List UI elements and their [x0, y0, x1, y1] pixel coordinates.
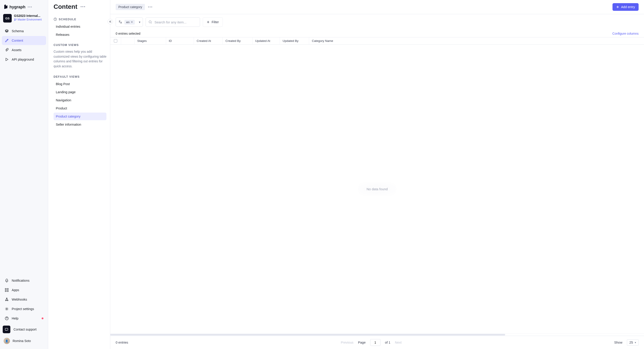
column-id[interactable]: ID	[166, 37, 194, 44]
nav-label: Assets	[12, 48, 22, 52]
nav-assets[interactable]: Assets	[2, 46, 46, 55]
chevron-down-icon: ▾	[139, 20, 140, 24]
view-blog-post[interactable]: Blog Post	[54, 80, 106, 88]
table-header: Stages ID Created At Created By Updated …	[110, 37, 644, 45]
nav-content[interactable]: Content	[2, 36, 46, 45]
empty-state-message: No data found	[358, 183, 396, 195]
translate-icon	[118, 20, 122, 24]
layers-icon	[4, 29, 9, 33]
plus-icon	[616, 6, 619, 9]
brand-name: hygraph	[10, 5, 26, 10]
search-input-wrapper	[146, 17, 200, 27]
view-navigation[interactable]: Navigation	[54, 96, 106, 104]
view-product-category[interactable]: Product category	[54, 113, 106, 120]
nav-schema[interactable]: Schema	[2, 27, 46, 36]
grid-icon	[4, 288, 9, 292]
page-input[interactable]	[370, 339, 380, 346]
svg-rect-2	[7, 288, 8, 289]
view-landing-page[interactable]: Landing page	[54, 88, 106, 96]
schedule-individual-entries[interactable]: Individual entries	[54, 23, 106, 31]
horizontal-scrollbar[interactable]	[110, 333, 644, 336]
default-views-header: Default views	[54, 75, 106, 78]
project-badge: GS	[3, 14, 12, 23]
project-name: GS2023 Internal...	[14, 14, 42, 18]
language-selector[interactable]: en ✕ ▾	[116, 17, 143, 27]
nav-apps[interactable]: Apps	[2, 285, 46, 294]
entry-count: 0 entries	[116, 341, 128, 344]
prev-page-button[interactable]: Previous	[341, 341, 353, 344]
gear-icon	[4, 307, 9, 311]
chevron-double-left-icon	[109, 20, 112, 23]
custom-views-header: Custom views	[54, 44, 106, 47]
nav-settings[interactable]: Project settings	[2, 304, 46, 313]
hygraph-logo-icon	[4, 5, 8, 10]
webhook-icon	[4, 297, 9, 302]
collapse-panel-button[interactable]	[108, 19, 113, 24]
content-panel: Content ••• Schedule Individual entries …	[48, 0, 110, 349]
add-entry-button[interactable]: Add entry	[612, 3, 638, 11]
search-icon	[148, 20, 152, 24]
project-selector[interactable]: GS GS2023 Internal... Master Environment	[2, 13, 46, 27]
column-category-name[interactable]: Category Name	[309, 37, 644, 44]
search-input[interactable]	[154, 20, 197, 24]
user-menu[interactable]: 👤 Romina Soto	[2, 335, 46, 346]
nav-label: Notifications	[12, 279, 30, 282]
configure-columns-link[interactable]: Configure columns	[612, 32, 638, 35]
filter-button[interactable]: Filter	[203, 17, 222, 27]
page-size-selector[interactable]: 25 ▾	[627, 339, 638, 346]
custom-views-help: Custom views help you add customized vie…	[54, 49, 106, 69]
schedule-releases[interactable]: Releases	[54, 31, 106, 39]
main-content: Product category ••• Add entry en ✕ ▾	[110, 0, 644, 349]
breadcrumb-chip[interactable]: Product category	[116, 4, 145, 10]
play-icon	[4, 57, 9, 62]
plus-icon	[206, 21, 210, 24]
view-seller-information[interactable]: Seller information	[54, 121, 106, 128]
nav-label: API playground	[12, 58, 34, 61]
nav-label: Content	[12, 39, 23, 42]
nav-playground[interactable]: API playground	[2, 55, 46, 64]
select-all-checkbox[interactable]	[114, 39, 117, 43]
clock-icon	[54, 18, 57, 21]
column-actions	[121, 37, 134, 44]
svg-rect-3	[5, 290, 6, 292]
svg-rect-10	[5, 328, 8, 330]
bell-icon	[4, 278, 9, 283]
project-environment: Master Environment	[14, 18, 42, 21]
edit-icon	[4, 38, 9, 43]
breadcrumb-menu-icon[interactable]: •••	[148, 5, 153, 9]
column-created-at[interactable]: Created At	[194, 37, 223, 44]
next-page-button[interactable]: Next	[395, 341, 402, 344]
schedule-header: Schedule	[54, 18, 106, 21]
panel-menu-icon[interactable]: •••	[80, 5, 86, 9]
table-body: No data found	[110, 45, 644, 333]
chat-icon	[3, 325, 10, 333]
page-label: Page	[358, 341, 366, 344]
help-icon	[4, 316, 9, 321]
notification-dot-icon	[42, 317, 44, 319]
svg-rect-1	[5, 288, 6, 289]
brand-menu-icon[interactable]: •••	[28, 5, 32, 9]
nav-webhooks[interactable]: Webhooks	[2, 295, 46, 304]
primary-sidebar: hygraph ••• GS GS2023 Internal... Master…	[0, 0, 48, 349]
column-updated-at[interactable]: Updated At	[252, 37, 280, 44]
nav-support[interactable]: Contact support	[2, 323, 46, 335]
nav-help[interactable]: Help	[2, 314, 46, 323]
nav-label: Contact support	[14, 328, 36, 331]
column-stages[interactable]: Stages	[134, 37, 166, 44]
attachment-icon	[4, 48, 9, 52]
brand-logo[interactable]: hygraph	[4, 5, 26, 10]
svg-point-0	[14, 20, 15, 21]
column-updated-by[interactable]: Updated By	[280, 37, 309, 44]
language-chip: en ✕	[124, 20, 135, 25]
column-created-by[interactable]: Created By	[223, 37, 252, 44]
nav-label: Schema	[12, 29, 24, 33]
page-total: of 1	[385, 341, 390, 344]
remove-language-icon[interactable]: ✕	[131, 21, 133, 24]
nav-label: Help	[12, 316, 18, 320]
nav-label: Webhooks	[12, 298, 27, 301]
view-product[interactable]: Product	[54, 105, 106, 112]
branch-icon	[14, 18, 17, 21]
nav-notifications[interactable]: Notifications	[2, 276, 46, 285]
nav-label: Apps	[12, 288, 19, 292]
svg-point-5	[6, 300, 6, 301]
